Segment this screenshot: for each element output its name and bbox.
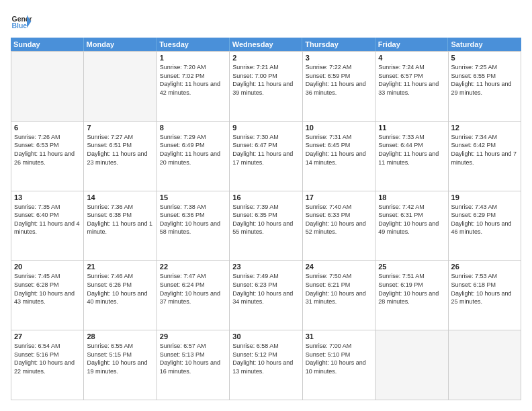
day-number: 11 [378,124,445,132]
day-info: Sunrise: 7:49 AM Sunset: 6:23 PM Dayligh… [232,272,299,306]
day-number: 28 [87,332,153,340]
day-info: Sunrise: 7:39 AM Sunset: 6:35 PM Dayligh… [232,203,299,236]
weekday-header-monday: Monday [84,38,157,51]
calendar-cell: 13Sunrise: 7:35 AM Sunset: 6:40 PM Dayli… [11,191,84,261]
calendar-cell: 16Sunrise: 7:39 AM Sunset: 6:35 PM Dayli… [230,191,302,261]
calendar-cell: 20Sunrise: 7:45 AM Sunset: 6:28 PM Dayli… [11,261,84,330]
page-header: General Blue [11,11,521,32]
day-info: Sunrise: 7:24 AM Sunset: 6:57 PM Dayligh… [378,63,445,97]
day-info: Sunrise: 7:38 AM Sunset: 6:36 PM Dayligh… [160,203,226,236]
day-number: 23 [232,263,299,271]
day-info: Sunrise: 7:00 AM Sunset: 5:10 PM Dayligh… [306,342,372,375]
calendar-cell: 27Sunrise: 6:54 AM Sunset: 5:16 PM Dayli… [11,330,84,400]
calendar-header: SundayMondayTuesdayWednesdayThursdayFrid… [11,38,521,51]
day-number: 2 [232,54,299,62]
calendar-cell: 29Sunrise: 6:57 AM Sunset: 5:13 PM Dayli… [157,330,230,400]
day-number: 22 [160,263,226,271]
day-number: 31 [306,332,372,340]
day-number: 5 [451,54,518,62]
calendar-body: 1Sunrise: 7:20 AM Sunset: 7:02 PM Daylig… [11,51,521,400]
day-info: Sunrise: 7:21 AM Sunset: 7:00 PM Dayligh… [232,63,299,97]
day-info: Sunrise: 7:40 AM Sunset: 6:33 PM Dayligh… [306,203,372,236]
calendar-cell: 9Sunrise: 7:30 AM Sunset: 6:47 PM Daylig… [230,122,302,191]
day-info: Sunrise: 7:20 AM Sunset: 7:02 PM Dayligh… [160,63,226,97]
weekday-header-friday: Friday [375,38,449,51]
day-info: Sunrise: 7:35 AM Sunset: 6:40 PM Dayligh… [14,203,81,236]
calendar-cell: 17Sunrise: 7:40 AM Sunset: 6:33 PM Dayli… [303,191,375,261]
day-number: 4 [378,54,445,62]
calendar-cell [449,330,521,400]
day-number: 10 [306,124,372,132]
calendar-cell: 22Sunrise: 7:47 AM Sunset: 6:24 PM Dayli… [157,261,230,330]
day-number: 24 [306,263,372,271]
day-number: 1 [160,54,226,62]
day-info: Sunrise: 7:51 AM Sunset: 6:19 PM Dayligh… [378,272,445,306]
calendar-cell: 19Sunrise: 7:43 AM Sunset: 6:29 PM Dayli… [449,191,521,261]
day-number: 7 [87,124,153,132]
calendar-cell: 1Sunrise: 7:20 AM Sunset: 7:02 PM Daylig… [157,52,230,122]
day-number: 6 [14,124,81,132]
day-number: 17 [306,193,372,201]
day-info: Sunrise: 7:22 AM Sunset: 6:59 PM Dayligh… [306,63,372,97]
day-info: Sunrise: 7:25 AM Sunset: 6:55 PM Dayligh… [451,63,518,97]
day-info: Sunrise: 7:42 AM Sunset: 6:31 PM Dayligh… [378,203,445,236]
calendar-cell: 8Sunrise: 7:29 AM Sunset: 6:49 PM Daylig… [157,122,230,191]
calendar-cell: 7Sunrise: 7:27 AM Sunset: 6:51 PM Daylig… [84,122,157,191]
day-number: 20 [14,263,81,271]
calendar-cell: 30Sunrise: 6:58 AM Sunset: 5:12 PM Dayli… [230,330,302,400]
day-info: Sunrise: 7:46 AM Sunset: 6:26 PM Dayligh… [87,272,153,306]
day-info: Sunrise: 7:29 AM Sunset: 6:49 PM Dayligh… [160,133,226,167]
day-number: 27 [14,332,81,340]
day-number: 8 [160,124,226,132]
calendar-cell: 15Sunrise: 7:38 AM Sunset: 6:36 PM Dayli… [157,191,230,261]
calendar-cell: 3Sunrise: 7:22 AM Sunset: 6:59 PM Daylig… [303,52,375,122]
calendar-cell [84,52,157,122]
logo-icon: General Blue [11,11,32,32]
calendar-cell: 24Sunrise: 7:50 AM Sunset: 6:21 PM Dayli… [303,261,375,330]
calendar-cell: 10Sunrise: 7:31 AM Sunset: 6:45 PM Dayli… [303,122,375,191]
calendar-cell: 6Sunrise: 7:26 AM Sunset: 6:53 PM Daylig… [11,122,84,191]
logo: General Blue [11,11,35,32]
day-number: 25 [378,263,445,271]
calendar: SundayMondayTuesdayWednesdayThursdayFrid… [11,38,521,400]
calendar-cell: 31Sunrise: 7:00 AM Sunset: 5:10 PM Dayli… [303,330,375,400]
calendar-cell: 12Sunrise: 7:34 AM Sunset: 6:42 PM Dayli… [449,122,521,191]
calendar-cell: 2Sunrise: 7:21 AM Sunset: 7:00 PM Daylig… [230,52,302,122]
calendar-cell: 25Sunrise: 7:51 AM Sunset: 6:19 PM Dayli… [375,261,448,330]
day-info: Sunrise: 6:55 AM Sunset: 5:15 PM Dayligh… [87,342,153,375]
day-info: Sunrise: 7:33 AM Sunset: 6:44 PM Dayligh… [378,133,445,167]
day-info: Sunrise: 7:45 AM Sunset: 6:28 PM Dayligh… [14,272,81,306]
day-number: 21 [87,263,153,271]
calendar-cell: 26Sunrise: 7:53 AM Sunset: 6:18 PM Dayli… [449,261,521,330]
day-info: Sunrise: 7:26 AM Sunset: 6:53 PM Dayligh… [14,133,81,167]
day-info: Sunrise: 7:30 AM Sunset: 6:47 PM Dayligh… [232,133,299,167]
day-info: Sunrise: 7:50 AM Sunset: 6:21 PM Dayligh… [306,272,372,306]
calendar-cell [11,52,84,122]
day-number: 30 [232,332,299,340]
day-number: 29 [160,332,226,340]
svg-text:Blue: Blue [12,22,28,30]
day-info: Sunrise: 7:43 AM Sunset: 6:29 PM Dayligh… [451,203,518,236]
weekday-header-tuesday: Tuesday [157,38,230,51]
day-info: Sunrise: 6:58 AM Sunset: 5:12 PM Dayligh… [232,342,299,375]
day-number: 13 [14,193,81,201]
calendar-cell: 14Sunrise: 7:36 AM Sunset: 6:38 PM Dayli… [84,191,157,261]
calendar-cell: 28Sunrise: 6:55 AM Sunset: 5:15 PM Dayli… [84,330,157,400]
calendar-cell: 21Sunrise: 7:46 AM Sunset: 6:26 PM Dayli… [84,261,157,330]
day-info: Sunrise: 6:54 AM Sunset: 5:16 PM Dayligh… [14,342,81,375]
day-info: Sunrise: 7:31 AM Sunset: 6:45 PM Dayligh… [306,133,372,167]
day-number: 19 [451,193,518,201]
day-number: 12 [451,124,518,132]
day-number: 3 [306,54,372,62]
day-info: Sunrise: 6:57 AM Sunset: 5:13 PM Dayligh… [160,342,226,375]
day-number: 26 [451,263,518,271]
calendar-cell: 23Sunrise: 7:49 AM Sunset: 6:23 PM Dayli… [230,261,302,330]
day-info: Sunrise: 7:27 AM Sunset: 6:51 PM Dayligh… [87,133,153,167]
day-number: 14 [87,193,153,201]
day-number: 16 [232,193,299,201]
calendar-cell: 5Sunrise: 7:25 AM Sunset: 6:55 PM Daylig… [449,52,521,122]
day-info: Sunrise: 7:36 AM Sunset: 6:38 PM Dayligh… [87,203,153,236]
day-number: 18 [378,193,445,201]
day-number: 9 [232,124,299,132]
calendar-cell [375,330,448,400]
